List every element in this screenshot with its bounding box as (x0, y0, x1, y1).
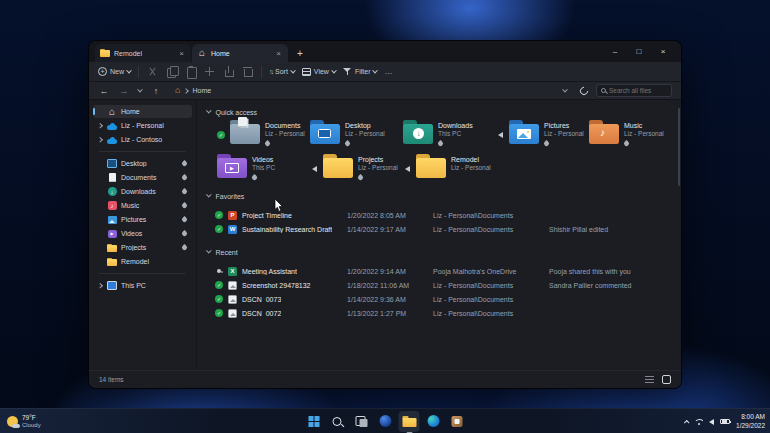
folder-icon (310, 124, 340, 144)
refresh-button[interactable] (578, 85, 589, 96)
recent-header[interactable]: Recent (207, 246, 677, 258)
sidebar-item[interactable]: Downloads (93, 185, 192, 198)
folder-icon (217, 158, 247, 178)
sidebar-item-label: Projects (121, 244, 178, 251)
sidebar-item[interactable]: This PC (93, 279, 192, 292)
favorites-header[interactable]: Favorites (207, 190, 677, 202)
sidebar-item[interactable]: Remodel (93, 255, 192, 268)
sidebar-item[interactable]: Pictures (93, 213, 192, 226)
sidebar-item[interactable]: Documents (93, 171, 192, 184)
sidebar-item[interactable]: Liz - Contoso (93, 133, 192, 146)
view-button[interactable]: View (302, 68, 336, 76)
breadcrumb[interactable]: ⌂ Home (170, 84, 572, 97)
tab-icon (197, 48, 207, 58)
address-dropdown-icon[interactable] (562, 86, 568, 92)
file-explorer-window: Remodel × Home × + – □ × (88, 40, 682, 389)
quick-access-tile[interactable]: Remodel Liz - Personal (393, 154, 486, 188)
breadcrumb-location: Home (192, 87, 211, 94)
file-row[interactable]: Meeting Assistant 1/20/2022 9:14 AM Pooj… (207, 264, 677, 278)
file-row[interactable]: Sustainability Research Draft 1/14/2022 … (207, 222, 677, 236)
share-icon[interactable] (222, 65, 235, 78)
search-input[interactable] (609, 87, 669, 94)
search-icon[interactable] (327, 411, 348, 432)
scrollbar[interactable] (678, 108, 680, 186)
tile-name: Remodel (451, 156, 486, 164)
explorer-tab[interactable]: Remodel × (95, 44, 191, 62)
sidebar-divider (99, 273, 186, 274)
view-icon (302, 68, 311, 76)
back-button[interactable]: ← (98, 86, 110, 96)
quick-access-tile[interactable]: Documents Liz - Personal (207, 120, 300, 154)
sidebar-item-label: Home (121, 108, 187, 115)
pin-icon (181, 202, 188, 209)
more-options-button[interactable]: … (384, 67, 393, 76)
file-status-icon (215, 211, 223, 219)
sidebar-item[interactable]: Music (93, 199, 192, 212)
tab-close-icon[interactable]: × (177, 49, 186, 58)
quick-access-header[interactable]: Quick access (207, 106, 677, 118)
sort-button[interactable]: ↑↓ Sort (269, 68, 295, 75)
filter-button[interactable]: Filter (343, 67, 378, 76)
recent-locations-button[interactable] (137, 86, 143, 92)
up-button[interactable]: ↑ (150, 86, 162, 96)
pin-icon (623, 140, 630, 147)
quick-access-tile[interactable]: Projects Liz - Personal (300, 154, 393, 188)
rename-icon[interactable] (203, 65, 216, 78)
quick-access-tile[interactable]: Desktop Liz - Personal (300, 120, 393, 154)
close-button[interactable]: × (651, 41, 675, 62)
clock[interactable]: 8:00 AM 1/29/2022 (736, 413, 765, 429)
tab-close-icon[interactable]: × (274, 49, 283, 58)
wifi-icon[interactable] (694, 418, 703, 425)
sort-icon: ↑↓ (269, 68, 272, 75)
sidebar-item[interactable]: Projects (93, 241, 192, 254)
hidden-icons-chevron-icon[interactable] (684, 420, 689, 425)
quick-access-tile[interactable]: Pictures Liz - Personal (486, 120, 579, 154)
file-row[interactable]: Screenshot 29478132 1/18/2022 11:06 AM L… (207, 278, 677, 292)
paste-icon[interactable] (184, 65, 197, 78)
copy-icon[interactable] (165, 65, 178, 78)
sidebar-item[interactable]: Videos (93, 227, 192, 240)
address-bar: ← → ↑ ⌂ Home (89, 82, 681, 100)
cut-icon[interactable] (146, 65, 159, 78)
file-row[interactable]: DSCN_0072 1/13/2022 1:27 PM Liz - Person… (207, 306, 677, 320)
widgets-icon[interactable] (375, 411, 396, 432)
delete-icon[interactable] (241, 65, 254, 78)
system-tray: 8:00 AM 1/29/2022 (685, 409, 765, 433)
expand-chevron-icon[interactable] (97, 137, 102, 142)
office-icon[interactable] (447, 411, 468, 432)
file-row[interactable]: Project Timeline 1/20/2022 8:05 AM Liz -… (207, 208, 677, 222)
new-button[interactable]: + New (98, 67, 131, 76)
tile-name: Projects (358, 156, 393, 164)
file-row[interactable]: DSCN_0073 1/14/2022 9:36 AM Liz - Person… (207, 292, 677, 306)
expand-chevron-icon[interactable] (97, 123, 102, 128)
quick-access-tile[interactable]: Music Liz - Personal (579, 120, 672, 154)
tile-location: This PC (252, 164, 275, 172)
weather-widget[interactable]: 79°F Cloudy (7, 409, 41, 433)
quick-access-tile[interactable]: Downloads This PC (393, 120, 486, 154)
volume-icon[interactable] (709, 419, 714, 425)
quick-access-tile[interactable]: Videos This PC (207, 154, 300, 188)
forward-button[interactable]: → (118, 86, 130, 96)
explorer-tab[interactable]: Home × (192, 44, 288, 62)
file-activity: Sandra Pallier commented (549, 282, 677, 289)
sidebar-item-icon (107, 243, 117, 253)
expand-chevron-icon[interactable] (97, 283, 102, 288)
search-box[interactable] (596, 84, 672, 97)
plus-icon: + (98, 67, 107, 76)
toolbar-actions (146, 65, 254, 78)
large-icons-view-icon[interactable] (662, 375, 671, 384)
battery-icon[interactable] (720, 419, 730, 425)
sidebar-item[interactable]: Home (93, 105, 192, 118)
maximize-button[interactable]: □ (627, 41, 651, 62)
new-tab-button[interactable]: + (292, 45, 308, 61)
details-view-icon[interactable] (645, 376, 654, 384)
edge-icon[interactable] (423, 411, 444, 432)
section-label: Quick access (216, 109, 258, 116)
file-explorer-icon[interactable] (399, 411, 420, 432)
start-icon[interactable] (303, 411, 324, 432)
sidebar-item[interactable]: Liz - Personal (93, 119, 192, 132)
sidebar-item[interactable]: Desktop (93, 157, 192, 170)
task-view-icon[interactable] (351, 411, 372, 432)
sidebar-item-icon (107, 187, 117, 197)
minimize-button[interactable]: – (603, 41, 627, 62)
